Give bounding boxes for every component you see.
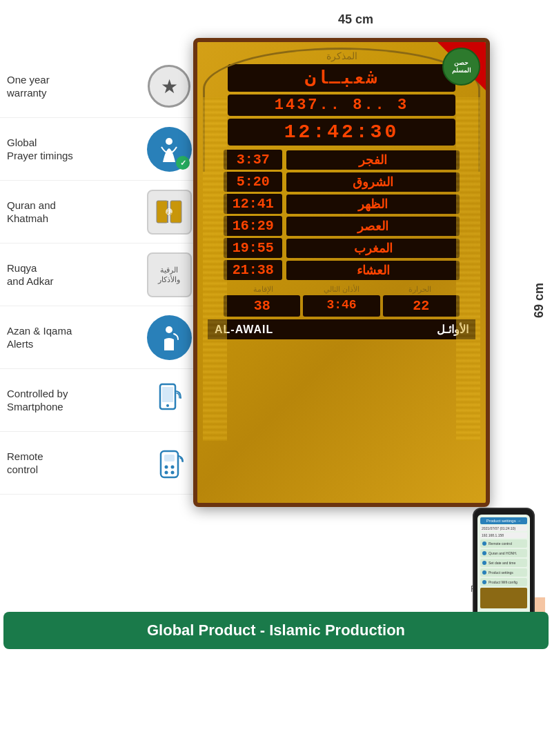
- asr-time: 16:29: [224, 216, 282, 236]
- temp-value: 22: [383, 295, 460, 317]
- dot-icon-5: [482, 580, 486, 584]
- led-month: شعبـان: [228, 64, 455, 92]
- phone-row-2: Quran and HONH.: [480, 549, 527, 557]
- phone-image-thumb: [480, 588, 527, 608]
- bottom-led-row: 38 3:46 22: [224, 295, 459, 317]
- dot-icon-4: [482, 570, 486, 575]
- phone-row-3: Set date and time: [480, 559, 527, 567]
- prayer-row-maghrib: 19:55 المغرب: [224, 238, 459, 258]
- feature-warranty: One yearwarranty ★: [0, 55, 200, 118]
- feature-warranty-label: One yearwarranty: [7, 73, 145, 100]
- fajr-name: الفجر: [286, 150, 459, 170]
- feature-prayer-label: GlobalPrayer timings: [7, 136, 145, 163]
- feature-quran: Quran andKhatmah قرآن: [0, 181, 200, 243]
- star-circle-icon: ★: [148, 65, 190, 108]
- prayer-row-isha: 21:38 العشاء: [224, 260, 459, 280]
- next-azan-value: 3:46: [303, 295, 379, 317]
- phone-date: 2021/07/07 (01:24:10): [480, 526, 527, 531]
- feature-smartphone-icon: [145, 376, 193, 424]
- page-wrapper: 45 cm 69 cm One yearwarranty ★ GlobalPra…: [0, 0, 552, 756]
- dot-icon: [482, 541, 486, 546]
- feature-remote-label: Remotecontrol: [7, 450, 145, 477]
- iqama-value: 38: [224, 295, 300, 317]
- phone-row-text-5: Product Wifi config: [489, 580, 518, 584]
- feature-smartphone: Controlled bySmartphone: [0, 369, 200, 432]
- isha-name: العشاء: [286, 261, 459, 280]
- smartphone-svg: [148, 379, 190, 421]
- led-date: 1437.. 8.. 3: [228, 94, 455, 116]
- asr-name: العصر: [286, 217, 459, 236]
- shurooq-name: الشروق: [286, 172, 459, 192]
- svg-point-12: [164, 465, 168, 468]
- feature-smartphone-label: Controlled bySmartphone: [7, 387, 145, 414]
- led-time-main: 12:42:30: [228, 119, 455, 146]
- phone-ip: 192.168.1.158: [480, 533, 527, 538]
- dimension-width: 45 cm: [338, 12, 373, 27]
- phone-row-5: Product Wifi config: [480, 578, 527, 586]
- quran-book-icon: قرآن: [147, 190, 192, 235]
- svg-point-6: [166, 326, 172, 333]
- fajr-time: 3:37: [224, 150, 282, 170]
- prayer-row-asr: 16:29 العصر: [224, 216, 459, 236]
- banner-text: Global Product - Islamic Production: [17, 621, 535, 639]
- feature-azan: Azan & IqamaAlerts: [0, 306, 200, 369]
- maghrib-time: 19:55: [224, 238, 282, 258]
- ruqya-text-icon: الرقيةوالأذكار: [147, 252, 192, 297]
- isha-time: 21:38: [224, 260, 282, 280]
- feature-ruqya-icon: الرقيةوالأذكار: [145, 250, 193, 299]
- feature-prayer-icon: ✓: [145, 125, 193, 173]
- feature-warranty-icon: ★: [145, 62, 193, 110]
- svg-point-13: [170, 465, 174, 468]
- iqama-label: الإقامة: [224, 285, 302, 294]
- phone-mock: Product settings → 2021/07/07 (01:24:10)…: [473, 508, 535, 625]
- feature-remote-icon: [145, 439, 193, 487]
- caller-svg: [156, 324, 182, 350]
- maghrib-name: المغرب: [286, 239, 459, 258]
- svg-point-14: [164, 470, 168, 474]
- dhuhr-name: الظهر: [286, 195, 459, 214]
- feature-remote: Remotecontrol: [0, 432, 200, 495]
- dot-icon-2: [482, 551, 486, 555]
- arabic-title: المذكرة: [326, 50, 357, 61]
- svg-text:قرآن: قرآن: [164, 208, 174, 215]
- features-list: One yearwarranty ★ GlobalPrayer timings: [0, 55, 200, 495]
- phone-row-text-3: Set date and time: [489, 561, 515, 565]
- bottom-labels: الإقامة الأذان التالي الحرارة: [224, 285, 459, 294]
- book-svg: قرآن: [152, 195, 186, 228]
- badge-text: حصن المسلم: [444, 59, 479, 74]
- feature-ruqya-label: Ruqyaand Adkar: [7, 261, 145, 288]
- feature-ruqya: Ruqyaand Adkar الرقيةوالأذكار: [0, 243, 200, 306]
- azan-person-icon: [147, 315, 192, 360]
- svg-point-0: [166, 138, 172, 145]
- dimension-height: 69 cm: [532, 283, 546, 318]
- feature-azan-label: Azan & IqamaAlerts: [7, 324, 145, 351]
- green-badge: حصن المسلم: [442, 48, 480, 86]
- clock-frame: حصن المسلم المذكرة شعبـان 1437.. 8.. 3 1…: [193, 38, 490, 507]
- phone-screen: Product settings → 2021/07/07 (01:24:10)…: [477, 515, 530, 618]
- phone-row-text-2: Quran and HONH.: [489, 551, 517, 555]
- prayer-row-fajr: 3:37 الفجر: [224, 150, 459, 170]
- brand-arabic: الأوائـل: [437, 323, 469, 336]
- prayer-row-dhuhr: 12:41 الظهر: [224, 194, 459, 214]
- right-pattern: [456, 97, 480, 441]
- feature-quran-label: Quran andKhatmah: [7, 199, 145, 226]
- brand-bar: AL-AWAIL الأوائـل: [208, 319, 475, 339]
- dhuhr-time: 12:41: [224, 194, 282, 214]
- green-banner: Global Product - Islamic Production: [3, 612, 549, 649]
- phone-row-text-1: Remote control: [489, 541, 512, 546]
- next-azan-label: الأذان التالي: [302, 285, 381, 294]
- phone-header: Product settings →: [480, 517, 527, 524]
- feature-azan-icon: [145, 313, 193, 361]
- remote-svg: [147, 441, 192, 486]
- svg-rect-11: [164, 455, 175, 461]
- svg-point-15: [170, 470, 174, 474]
- feature-quran-icon: قرآن: [145, 188, 193, 236]
- temp-label: الحرارة: [381, 285, 460, 294]
- phone-row-4: Product settings: [480, 568, 527, 577]
- clock-inner: حصن المسلم المذكرة شعبـان 1437.. 8.. 3 1…: [197, 42, 486, 503]
- dot-icon-3: [482, 561, 486, 565]
- svg-rect-8: [162, 387, 173, 402]
- prayer-row-shurooq: 5:20 الشروق: [224, 172, 459, 192]
- brand-english: AL-AWAIL: [215, 324, 273, 336]
- phone-container: Product settings → 2021/07/07 (01:24:10)…: [459, 508, 549, 625]
